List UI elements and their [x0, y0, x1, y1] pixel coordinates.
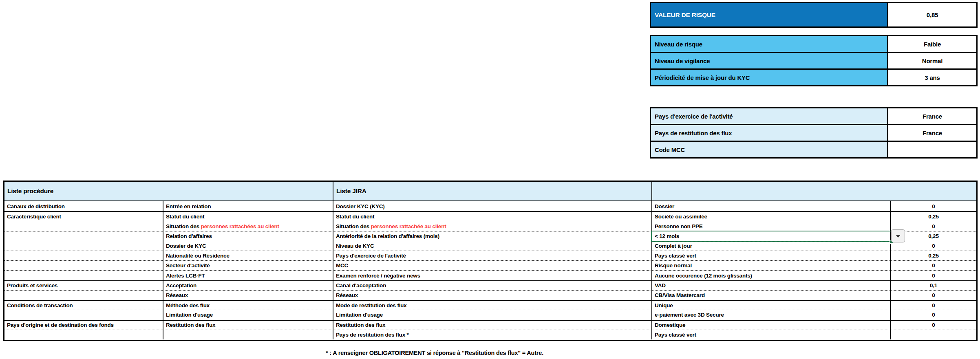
risk-value-cell[interactable]: 0,85 [888, 3, 976, 26]
answer-cell[interactable]: Domestique [652, 321, 891, 330]
alert-text: personnes rattachée au client [371, 223, 446, 229]
category-cell [4, 310, 163, 319]
footnote: * : A renseigner OBLIGATOIREMENT si répo… [326, 350, 543, 356]
table-row: Conditions de transactionMéthode des flu… [4, 300, 976, 310]
risk-value-row: VALEUR DE RISQUE 0,85 [651, 3, 976, 26]
answer-cell[interactable]: Unique [652, 301, 891, 310]
procedure-cell: Réseaux [163, 291, 333, 300]
category-cell: Canaux de distribution [4, 201, 163, 211]
category-cell [4, 221, 163, 231]
table-row: Alertes LCB-FTExamen renforcé / négative… [4, 270, 976, 280]
pays-restitution-label: Pays de restitution des flux [651, 125, 888, 141]
answer-cell[interactable]: CB/Visa Mastercard [652, 291, 891, 300]
dropdown-arrow-button[interactable] [891, 229, 905, 242]
risk-levels-box: Niveau de risque Faible Niveau de vigila… [650, 35, 978, 86]
category-cell: Pays d'origine et de destination des fon… [4, 321, 163, 330]
table-row: Pays d'origine et de destination des fon… [4, 320, 976, 330]
answer-cell[interactable]: Pays classé vert [652, 330, 891, 339]
table-row: Canaux de distributionEntrée en relation… [4, 201, 976, 211]
code-mcc-cell[interactable] [888, 142, 976, 157]
periodicite-kyc-label: Périodicité de mise à jour du KYC [651, 70, 888, 85]
risk-value-label: VALEUR DE RISQUE [651, 3, 888, 26]
score-cell: 0,1 [891, 281, 976, 290]
risk-level-row: Niveau de vigilance Normal [651, 52, 976, 68]
procedure-cell: Acceptation [163, 281, 333, 290]
answer-cell[interactable]: Pays classé vert [652, 251, 891, 260]
risk-level-row: Niveau de risque Faible [651, 36, 976, 52]
category-cell [4, 261, 163, 270]
score-cell: 0 [891, 241, 976, 251]
niveau-risque-label: Niveau de risque [651, 36, 888, 52]
category-cell [4, 241, 163, 251]
jira-cell: Situation des personnes rattachée au cli… [333, 221, 652, 231]
jira-cell: Mode de restitution des flux [333, 301, 652, 310]
niveau-risque-cell[interactable]: Faible [888, 36, 976, 52]
risk-matrix-table: Liste procédure Liste JIRA Canaux de dis… [3, 181, 978, 341]
chevron-down-icon [896, 235, 901, 238]
periodicite-kyc-cell[interactable]: 3 ans [888, 70, 976, 85]
pays-restitution-cell[interactable]: France [888, 125, 976, 141]
pays-exercice-label: Pays d'exercice de l'activité [651, 108, 888, 124]
category-cell [4, 251, 163, 260]
category-cell: Conditions de transaction [4, 301, 163, 310]
answer-cell[interactable]: Société ou assimilée [652, 212, 891, 221]
pays-exercice-cell[interactable]: France [888, 108, 976, 124]
code-mcc-label: Code MCC [651, 142, 888, 157]
score-cell: 0 [891, 291, 976, 300]
table-row: Dossier de KYCNiveau de KYCComplet à jou… [4, 241, 976, 251]
table-row: RéseauxRéseauxCB/Visa Mastercard0 [4, 290, 976, 300]
table-row: Produits et servicesAcceptationCanal d'a… [4, 280, 976, 290]
procedure-cell: Alertes LCB-FT [163, 271, 333, 280]
answer-cell[interactable]: Dossier [652, 201, 891, 211]
jira-cell: Limitation d'usage [333, 310, 652, 319]
score-cell: 0 [891, 201, 976, 211]
jira-cell: Niveau de KYC [333, 241, 652, 251]
header-liste-procedure: Liste procédure [4, 182, 333, 200]
category-cell [4, 330, 163, 339]
procedure-cell: Relation d'affaires [163, 231, 333, 241]
jira-cell: Réseaux [333, 291, 652, 300]
table-row: Nationalité ou RésidencePays d'exercice … [4, 251, 976, 260]
jira-cell: Canal d'acceptation [333, 281, 652, 290]
answer-cell[interactable]: Personne non PPE [652, 221, 891, 231]
alert-text: personnes rattachées au client [201, 223, 279, 229]
procedure-cell: Nationalité ou Résidence [163, 251, 333, 260]
category-cell [4, 271, 163, 280]
table-body: Canaux de distributionEntrée en relation… [4, 201, 976, 339]
procedure-cell: Secteur d'activité [163, 261, 333, 270]
procedure-cell: Méthode des flux [163, 301, 333, 310]
niveau-vigilance-cell[interactable]: Normal [888, 53, 976, 68]
score-cell: 0 [891, 271, 976, 280]
country-row: Pays d'exercice de l'activité France [651, 108, 976, 124]
spreadsheet-canvas: VALEUR DE RISQUE 0,85 Niveau de risque F… [0, 0, 980, 359]
jira-cell: Examen renforcé / négative news [333, 271, 652, 280]
table-row: Limitation d'usageLimitation d'usagee-pa… [4, 310, 976, 319]
niveau-vigilance-label: Niveau de vigilance [651, 53, 888, 68]
country-row: Pays de restitution des flux France [651, 124, 976, 141]
jira-cell: Antériorité de la relation d'affaires (m… [333, 231, 652, 241]
procedure-cell: Restitution des flux [163, 321, 333, 330]
answer-cell[interactable]: e-paiement avec 3D Secure [652, 310, 891, 319]
score-cell [891, 330, 976, 339]
header-liste-jira: Liste JIRA [333, 182, 652, 200]
answer-cell[interactable]: Complet à jour [652, 241, 891, 251]
procedure-cell: Dossier de KYC [163, 241, 333, 251]
procedure-cell: Limitation d'usage [163, 310, 333, 319]
answer-cell[interactable]: VAD [652, 281, 891, 290]
answer-cell[interactable]: Aucune occurence (12 mois glissants) [652, 271, 891, 280]
header-empty [652, 182, 976, 200]
selected-cell-outline[interactable] [651, 231, 892, 242]
risk-value-box: VALEUR DE RISQUE 0,85 [650, 2, 978, 28]
score-cell: 0,25 [891, 251, 976, 260]
procedure-cell [163, 330, 333, 339]
score-cell: 0 [891, 301, 976, 310]
jira-cell: Pays de restitution des flux * [333, 330, 652, 339]
country-info-box: Pays d'exercice de l'activité France Pay… [650, 107, 978, 159]
score-cell: 0 [891, 321, 976, 330]
category-cell [4, 291, 163, 300]
table-row: Pays de restitution des flux *Pays class… [4, 330, 976, 339]
jira-cell: Statut du client [333, 212, 652, 221]
score-cell: 0 [891, 261, 976, 270]
procedure-cell: Statut du client [163, 212, 333, 221]
answer-cell[interactable]: Risque normal [652, 261, 891, 270]
